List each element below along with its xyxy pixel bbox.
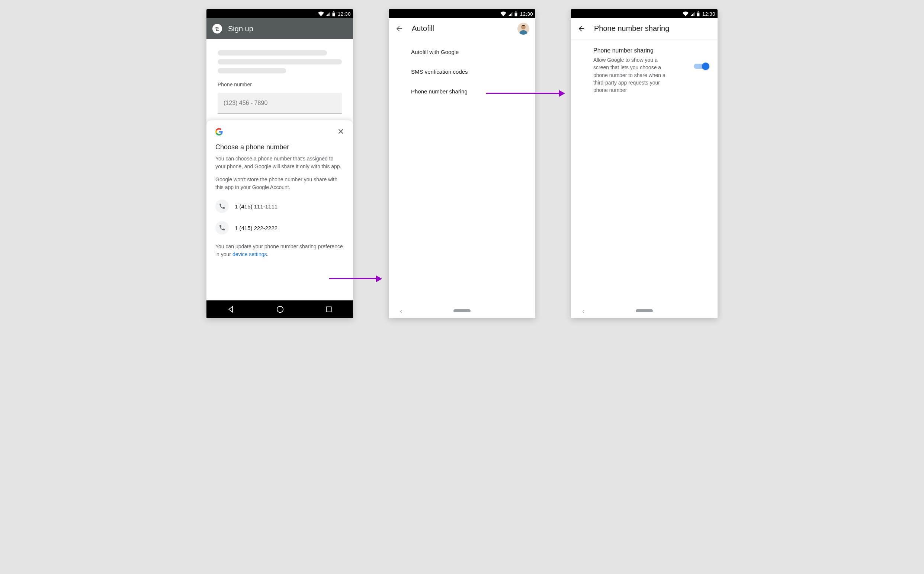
wifi-icon [318,11,324,16]
status-bar: 12:30 [571,9,718,18]
sheet-footnote: You can update your phone number sharing… [215,243,344,258]
app-bar: E Sign up [206,18,353,39]
appbar-title: Autofill [412,24,509,33]
phone-option[interactable]: 1 (415) 222-2222 [215,221,344,235]
status-time: 12:30 [520,11,533,17]
back-button[interactable] [577,24,586,33]
nav-recents-icon[interactable] [325,306,332,313]
autofill-with-google-item[interactable]: Autofill with Google [389,42,535,62]
screen-phone-number-sharing: 12:30 Phone number sharing Phone number … [571,9,718,318]
battery-icon [697,11,700,16]
cell-icon [508,11,513,16]
device-settings-link[interactable]: device settings [233,251,267,257]
nav-back-chevron-icon[interactable]: ‹ [582,307,585,315]
cell-icon [325,11,331,16]
form-area: Phone number [206,39,353,120]
sheet-heading: Choose a phone number [215,144,344,151]
svg-rect-2 [333,13,335,16]
sms-verification-item[interactable]: SMS verification codes [389,62,535,82]
phone-icon [215,221,229,235]
placeholder-line [218,50,327,55]
app-bar: Phone number sharing [571,18,718,39]
phone-icon [215,200,229,213]
phone-input[interactable] [218,93,342,114]
screen-autofill: 12:30 Autofill Autofill with Google SMS … [389,9,535,318]
back-button[interactable] [394,24,404,33]
svg-rect-7 [515,13,517,16]
status-bar: 12:30 [206,9,353,18]
android-nav-bar [206,300,353,318]
svg-rect-11 [698,11,699,11]
screen-signup: 12:30 E Sign up Phone number ✕ Choose a … [206,9,353,318]
phone-option-label: 1 (415) 111-1111 [235,203,278,210]
wifi-icon [500,11,506,16]
appbar-title: Sign up [228,25,253,33]
placeholder-line [218,68,286,73]
phone-sharing-toggle[interactable] [694,62,709,70]
battery-icon [514,11,517,16]
nav-home-pill-icon[interactable] [636,309,653,312]
nav-home-pill-icon[interactable] [453,309,471,312]
setting-title: Phone number sharing [593,47,688,54]
status-time: 12:30 [338,11,351,17]
appbar-title: Phone number sharing [594,24,712,33]
status-bar: 12:30 [389,9,535,18]
svg-rect-5 [515,11,517,11]
placeholder-line [218,59,342,65]
wifi-icon [683,11,688,16]
gesture-bar: ‹ [571,303,718,318]
phone-field-label: Phone number [218,82,342,87]
svg-rect-4 [327,307,332,312]
settings-list: Autofill with Google SMS verification co… [389,39,535,101]
battery-icon [332,11,335,16]
sheet-paragraph: Google won't store the phone number you … [215,176,344,191]
cell-icon [690,11,695,16]
arrow-back-icon [577,25,586,33]
nav-back-chevron-icon[interactable]: ‹ [400,307,402,315]
phone-sharing-setting-row[interactable]: Phone number sharing Allow Google to sho… [571,39,718,102]
status-time: 12:30 [702,11,715,17]
arrow-back-icon [395,25,403,33]
app-bar: Autofill [389,18,535,39]
google-logo-icon [215,128,223,136]
svg-rect-13 [697,13,700,16]
gesture-bar: ‹ [389,303,535,318]
nav-home-icon[interactable] [276,305,284,314]
account-avatar[interactable] [517,23,530,35]
phone-picker-sheet: ✕ Choose a phone number You can choose a… [206,120,353,300]
setting-description: Allow Google to show you a screen that l… [593,56,671,94]
svg-rect-0 [333,11,335,11]
close-icon[interactable]: ✕ [337,128,344,136]
sheet-paragraph: You can choose a phone number that's ass… [215,155,344,170]
phone-option-label: 1 (415) 222-2222 [235,225,278,231]
app-logo-icon: E [212,23,223,34]
svg-point-3 [277,306,283,313]
phone-number-sharing-item[interactable]: Phone number sharing [389,82,535,101]
nav-back-icon[interactable] [227,306,235,313]
phone-option[interactable]: 1 (415) 111-1111 [215,200,344,213]
